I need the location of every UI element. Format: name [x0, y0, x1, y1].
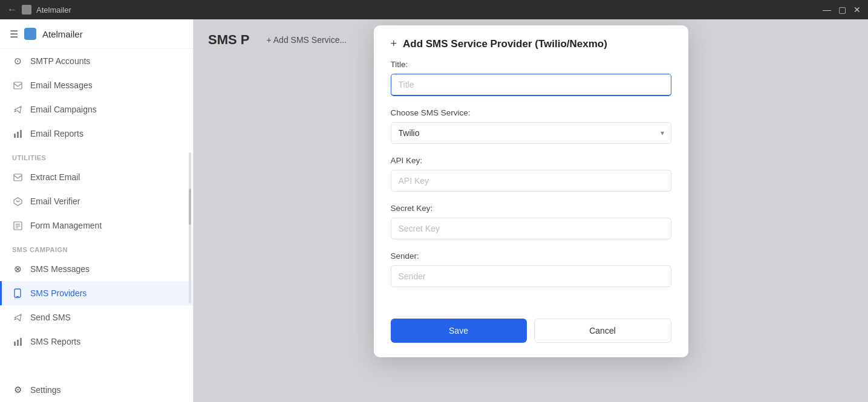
sidebar-item-extract-email[interactable]: Extract Email: [0, 165, 193, 189]
sms-service-select[interactable]: Twilio Nexmo: [391, 122, 671, 144]
sms-service-select-wrapper: Twilio Nexmo ▾: [391, 122, 671, 144]
api-key-input[interactable]: [391, 170, 671, 192]
svg-rect-2: [17, 132, 19, 138]
sidebar-item-smtp-accounts[interactable]: ⊙ SMTP Accounts: [0, 49, 193, 73]
modal-title: Add SMS Service Provider (Twilio/Nexmo): [403, 38, 607, 50]
sidebar-item-email-verifier[interactable]: Email Verifier: [0, 189, 193, 213]
svg-rect-13: [20, 338, 22, 346]
svg-rect-11: [14, 342, 16, 346]
svg-rect-1: [14, 134, 16, 138]
svg-rect-3: [20, 130, 22, 138]
app-logo-icon: [24, 28, 36, 40]
sidebar-label-email-verifier: Email Verifier: [30, 196, 80, 206]
back-icon[interactable]: ←: [7, 4, 17, 15]
email-campaigns-icon: [12, 104, 23, 115]
scrollbar-thumb[interactable]: [189, 189, 191, 225]
sidebar-label-smtp: SMTP Accounts: [30, 56, 90, 66]
utilities-section-label: Utilities: [0, 146, 193, 165]
sidebar-header: ☰ Atelmailer: [0, 19, 193, 49]
modal-overlay: + Add SMS Service Provider (Twilio/Nexmo…: [194, 19, 868, 402]
sidebar: ☰ Atelmailer ⊙ SMTP Accounts Email Messa…: [0, 19, 194, 402]
title-form-group: Title:: [391, 60, 671, 96]
sidebar-item-email-messages[interactable]: Email Messages: [0, 73, 193, 97]
sidebar-item-email-reports[interactable]: Email Reports: [0, 122, 193, 146]
sidebar-label-sms-providers: SMS Providers: [30, 288, 86, 298]
title-label: Title:: [391, 60, 671, 69]
modal-plus-icon: +: [391, 37, 397, 50]
sidebar-label-email-messages: Email Messages: [30, 80, 93, 90]
sidebar-label-send-sms: Send SMS: [30, 313, 71, 322]
settings-icon: ⚙: [12, 384, 23, 395]
sidebar-item-send-sms[interactable]: Send SMS: [0, 305, 193, 329]
close-button[interactable]: ✕: [853, 5, 861, 14]
api-key-label: API Key:: [391, 156, 671, 165]
sender-label: Sender:: [391, 251, 671, 261]
email-verifier-icon: [12, 196, 23, 207]
sidebar-item-settings[interactable]: ⚙ Settings: [0, 378, 193, 402]
title-input[interactable]: [391, 74, 671, 96]
svg-rect-9: [15, 289, 21, 297]
api-key-form-group: API Key:: [391, 156, 671, 192]
maximize-button[interactable]: ▢: [838, 5, 846, 14]
sidebar-label-sms-reports: SMS Reports: [30, 337, 80, 346]
sidebar-label-settings: Settings: [30, 385, 61, 395]
secret-key-label: Secret Key:: [391, 204, 671, 213]
sender-input[interactable]: [391, 265, 671, 287]
form-management-icon: [12, 220, 23, 231]
title-bar: ← Atelmailer — ▢ ✕: [0, 0, 868, 19]
svg-rect-0: [14, 82, 22, 89]
modal-dialog: + Add SMS Service Provider (Twilio/Nexmo…: [374, 25, 688, 357]
sms-reports-icon: [12, 336, 23, 347]
sidebar-label-email-reports: Email Reports: [30, 129, 83, 138]
sidebar-label-sms-messages: SMS Messages: [30, 264, 90, 274]
smtp-icon: ⊙: [12, 56, 23, 66]
svg-rect-4: [14, 174, 22, 181]
extract-email-icon: [12, 172, 23, 183]
email-reports-icon: [12, 128, 23, 139]
app-title: Atelmailer: [36, 5, 71, 15]
sidebar-item-email-campaigns[interactable]: Email Campaigns: [0, 97, 193, 122]
secret-key-input[interactable]: [391, 218, 671, 239]
svg-rect-12: [17, 340, 19, 346]
modal-footer: Save Cancel: [374, 311, 688, 357]
sms-service-form-group: Choose SMS Service: Twilio Nexmo ▾: [391, 108, 671, 144]
sidebar-item-sms-reports[interactable]: SMS Reports: [0, 329, 193, 354]
svg-rect-10: [16, 296, 19, 297]
cancel-button[interactable]: Cancel: [534, 319, 671, 343]
sidebar-label-extract-email: Extract Email: [30, 172, 80, 182]
minimize-button[interactable]: —: [823, 5, 831, 14]
sidebar-item-sms-messages[interactable]: ⊗ SMS Messages: [0, 257, 193, 281]
send-sms-icon: [12, 312, 23, 323]
sender-form-group: Sender:: [391, 251, 671, 287]
sms-campaign-section-label: SMS Campaign: [0, 238, 193, 257]
modal-body: Title: Choose SMS Service: Twilio Nexmo …: [374, 60, 688, 311]
email-messages-icon: [12, 80, 23, 91]
sms-providers-icon: [12, 288, 23, 299]
window-controls: — ▢ ✕: [823, 5, 861, 14]
sidebar-label-email-campaigns: Email Campaigns: [30, 105, 97, 114]
sms-service-label: Choose SMS Service:: [391, 108, 671, 117]
hamburger-icon[interactable]: ☰: [10, 28, 18, 40]
save-button[interactable]: Save: [391, 319, 527, 343]
modal-header: + Add SMS Service Provider (Twilio/Nexmo…: [374, 25, 688, 60]
sms-messages-icon: ⊗: [12, 264, 23, 274]
sidebar-app-name: Atelmailer: [42, 29, 83, 39]
main-content: SMS P + Add SMS Service... + Add SMS Ser…: [194, 19, 868, 402]
sidebar-item-sms-providers[interactable]: SMS Providers: [0, 281, 193, 305]
sidebar-item-form-management[interactable]: Form Management: [0, 213, 193, 238]
app-icon: [22, 5, 31, 15]
scrollbar-track: [189, 152, 191, 303]
sidebar-label-form-management: Form Management: [30, 221, 102, 230]
secret-key-form-group: Secret Key:: [391, 204, 671, 239]
